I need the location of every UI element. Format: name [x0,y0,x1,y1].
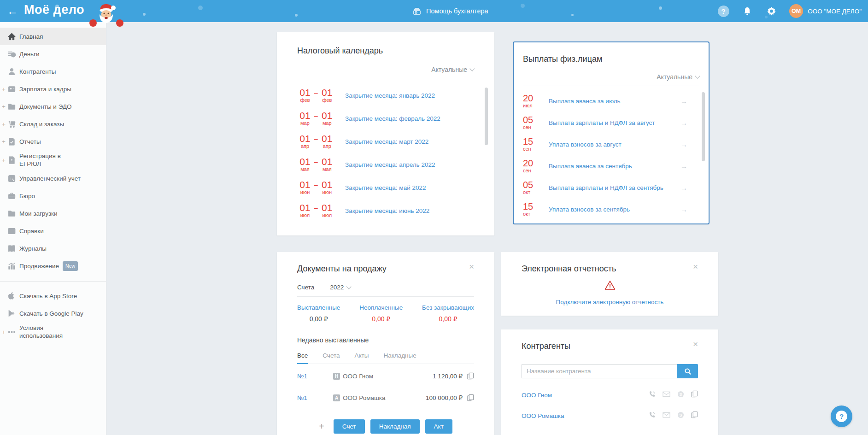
create-waybill-button[interactable]: Накладная [370,419,420,434]
tax-event-link[interactable]: Закрытие месяца: март 2022 [345,138,428,145]
sidebar-item-egrul-registration[interactable]: + Регистрация в ЕГРЮЛ [0,150,106,170]
connect-ereporting-link[interactable]: Подключите электронную отчетность [556,299,664,306]
sidebar-item-reports[interactable]: + Отчеты [0,133,106,150]
payouts-filter[interactable]: Актуальные [523,73,699,86]
scrollbar-thumb[interactable] [485,88,488,145]
close-icon[interactable] [693,340,698,348]
search-button[interactable] [677,364,698,378]
sidebar-item-terms[interactable]: + Условия использования [0,322,106,341]
tab-invoices[interactable]: Счета [323,352,340,364]
skype-icon[interactable]: S [677,411,684,420]
event-date: 15сен [523,137,549,152]
expand-plus-icon[interactable]: + [1,85,6,93]
counterparties-title: Контрагенты [522,341,698,351]
sidebar-item-my-uploads[interactable]: Мои загрузки [0,205,106,222]
tax-calendar-title: Налоговый календарь [297,46,474,56]
floating-help-button[interactable]: ? [831,406,852,427]
sidebar-item-google-play[interactable]: Скачать в Google Play [0,305,106,322]
expand-plus-icon[interactable]: + [1,120,6,128]
arrow-right-icon[interactable] [680,97,687,105]
account-menu[interactable]: ОМ ООО "МОЕ ДЕЛО" [789,4,862,18]
sidebar-item-payroll[interactable]: + Зарплата и кадры [0,80,106,98]
payout-link[interactable]: Выплата зарплаты и НДФЛ за август [549,119,655,126]
skype-icon[interactable]: S [677,391,684,400]
company-name: ООО Ромашка [343,394,386,401]
app-logo[interactable]: Моё дело [24,3,84,17]
report-document-icon [7,137,16,146]
sidebar-item-promotion[interactable]: Продвижение New [0,257,106,275]
add-document-plus-icon[interactable] [319,421,324,432]
close-icon[interactable] [693,262,698,271]
stat-label-link[interactable]: Выставленные [297,304,340,311]
arrow-right-icon[interactable] [680,141,687,148]
sidebar-item-bureau[interactable]: Бюро [0,187,106,205]
copy-icon[interactable] [691,390,698,400]
sidebar-item-certificates[interactable]: Справки [0,222,106,240]
accountant-help[interactable]: Помощь бухгалтера [412,0,488,22]
tax-calendar-filter[interactable]: Актуальные [297,66,474,79]
sidebar-item-app-store[interactable]: Скачать в App Store [0,287,106,305]
counterparty-search-input[interactable] [522,364,677,378]
accountant-help-label: Помощь бухгалтера [426,7,488,15]
cart-icon [7,119,16,129]
document-number-link[interactable]: №1 [297,394,333,401]
payout-row: 15сен Уплата взносов за август [523,134,699,155]
arrow-right-icon[interactable] [680,184,687,192]
scrollbar-thumb[interactable] [702,92,705,161]
email-icon[interactable] [663,411,670,420]
payout-link[interactable]: Уплата взносов за август [549,141,622,148]
create-invoice-button[interactable]: Счет [334,419,365,434]
notifications-bell-icon[interactable] [741,5,753,17]
expand-plus-icon[interactable]: + [1,328,6,336]
back-arrow-icon[interactable]: ← [5,4,20,18]
counterparty-link[interactable]: ООО Гном [522,392,552,399]
tax-event-link[interactable]: Закрытие месяца: январь 2022 [345,92,435,99]
doc-type-badge: Н [333,373,340,380]
help-icon[interactable]: ? [717,5,729,17]
phone-icon[interactable] [649,411,656,420]
copy-icon[interactable] [467,394,474,401]
expand-plus-icon[interactable]: + [1,103,6,111]
management-accounting-icon: Р [7,174,16,183]
tax-event-link[interactable]: Закрытие месяца: май 2022 [345,184,426,191]
sidebar-item-money[interactable]: ₽ Деньги [0,45,106,63]
stat-label-link[interactable]: Без закрывающих [422,304,474,311]
payout-link[interactable]: Выплата аванса за июль [549,98,621,105]
close-icon[interactable] [469,262,474,271]
sidebar-item-journals[interactable]: Журналы [0,240,106,257]
sidebar-item-warehouse[interactable]: + Склад и заказы [0,115,106,133]
tab-all[interactable]: Все [297,352,308,364]
tab-waybills[interactable]: Накладные [383,352,416,364]
tax-event-row: 01апр – 01апр Закрытие месяца: март 2022 [297,130,474,153]
divider [297,79,474,79]
expand-plus-icon[interactable]: + [1,156,6,164]
settings-gear-icon[interactable] [765,5,777,17]
event-date: 01июл – 01июл [297,203,345,218]
event-date: 05сен [523,116,549,130]
email-icon[interactable] [663,391,670,399]
doc-tabs: Все Счета Акты Накладные [297,352,474,364]
payout-link[interactable]: Выплата зарплаты и НДФЛ за сентябрь [549,184,663,191]
stat-label-link[interactable]: Неоплаченные [359,304,403,311]
tax-event-link[interactable]: Закрытие месяца: июнь 2022 [345,207,429,214]
tax-event-link[interactable]: Закрытие месяца: февраль 2022 [345,115,440,122]
arrow-right-icon[interactable] [680,206,687,213]
counterparty-link[interactable]: ООО Ромашка [522,412,564,419]
year-dropdown[interactable]: 2022 [330,284,351,291]
payout-link[interactable]: Уплата взносов за сентябрь [549,206,630,213]
sidebar-item-counterparties[interactable]: Контрагенты [0,63,106,80]
expand-plus-icon[interactable]: + [1,138,6,146]
payout-link[interactable]: Выплата аванса за сентябрь [549,163,632,170]
arrow-right-icon[interactable] [680,119,687,127]
stat-value: 0,00 ₽ [372,315,390,323]
copy-icon[interactable] [691,411,698,420]
phone-icon[interactable] [649,391,656,400]
tax-event-link[interactable]: Закрытие месяца: апрель 2022 [345,161,435,168]
copy-icon[interactable] [467,372,474,380]
document-number-link[interactable]: №1 [297,373,333,380]
sidebar-item-documents-edo[interactable]: + Документы и ЭДО [0,98,106,115]
sidebar-item-management-accounting[interactable]: Р Управленческий учет [0,170,106,187]
arrow-right-icon[interactable] [680,162,687,170]
tab-acts[interactable]: Акты [355,352,369,364]
create-act-button[interactable]: Акт [425,419,452,434]
